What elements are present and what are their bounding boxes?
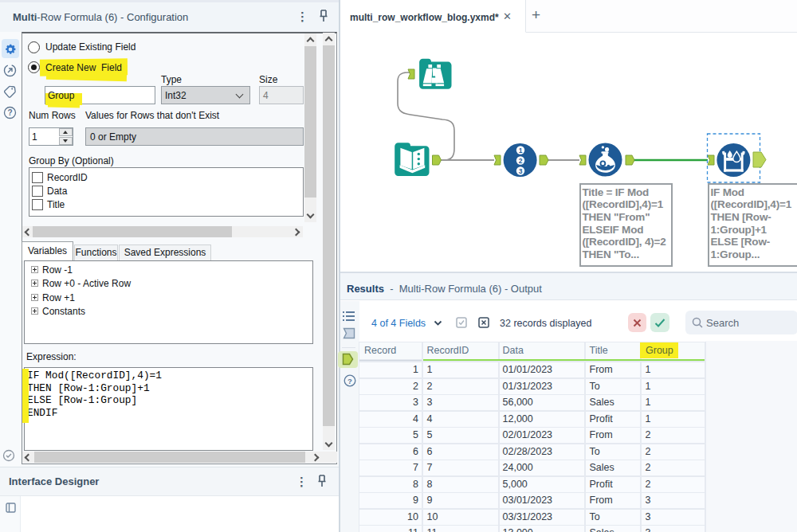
svg-text:?: ? (7, 108, 12, 117)
svg-text:?: ? (347, 377, 352, 385)
svg-text:1: 1 (519, 147, 523, 155)
svg-text:2: 2 (519, 157, 523, 165)
svg-text:3: 3 (519, 167, 523, 175)
